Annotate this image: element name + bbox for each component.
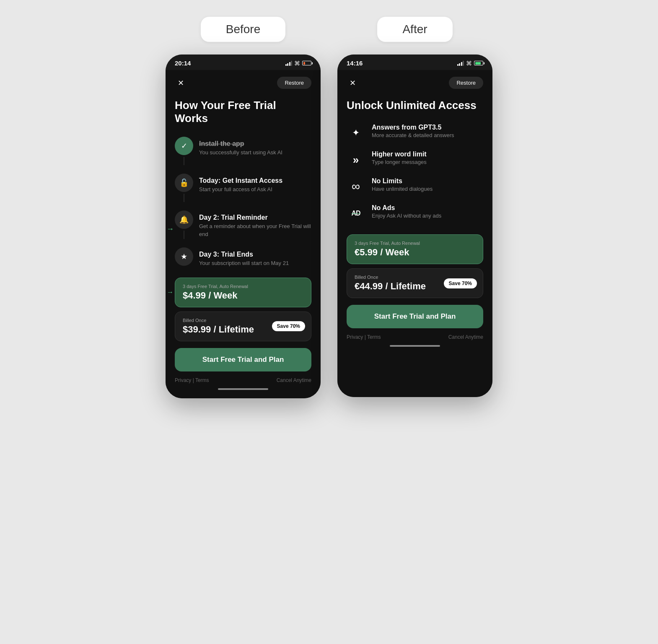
before-save-badge: Save 70%: [272, 321, 305, 331]
step-2-title: Today: Get Instant Access: [199, 177, 282, 184]
feature-word-limit-title: Higher word limit: [372, 151, 427, 158]
after-cancel-anytime: Cancel Anytime: [448, 334, 483, 340]
after-column: After 14:16 ⌘: [337, 17, 492, 397]
step-4: ★ Day 3: Trial Ends Your subscription wi…: [175, 247, 311, 267]
feature-no-ads: AD No Ads Enjoy Ask AI without any ads: [347, 204, 483, 223]
before-pricing-arrow-icon: →: [167, 288, 174, 296]
before-lifetime-pricing[interactable]: Billed Once $39.99 / Lifetime Save 70%: [175, 312, 311, 341]
after-weekly-label: 3 days Free Trial, Auto Renewal: [355, 241, 475, 246]
after-cta-button[interactable]: Start Free Trial and Plan: [347, 305, 483, 328]
before-cta-button[interactable]: Start Free Trial and Plan: [175, 348, 311, 371]
feature-word-limit: » Higher word limit Type longer messages: [347, 151, 483, 169]
feature-no-ads-desc: Enjoy Ask AI without any ads: [372, 213, 441, 219]
before-home-indicator: [218, 388, 268, 390]
step-1: ✓ Install the app You successfully start…: [175, 137, 311, 174]
before-label: Before: [201, 17, 286, 42]
after-phone-content: ✕ Restore Unlock Unlimited Access ✦ Answ…: [337, 70, 492, 397]
after-label: After: [377, 17, 452, 42]
after-page-title: Unlock Unlimited Access: [347, 99, 483, 112]
step-1-title: Install the app: [199, 140, 282, 148]
before-wifi-icon: ⌘: [294, 60, 300, 67]
before-weekly-price: $4.99 / Week: [183, 290, 303, 301]
before-top-bar: ✕ Restore: [175, 77, 311, 89]
before-status-icons: ⌘: [285, 60, 312, 67]
step-1-icon: ✓: [175, 137, 193, 155]
feature-no-limits-icon: ∞: [347, 177, 365, 196]
after-weekly-pricing[interactable]: 3 days Free Trial, Auto Renewal €5.99 / …: [347, 234, 483, 264]
feature-gpt-title: Answers from GPT3.5: [372, 124, 454, 131]
step-4-icon: ★: [175, 247, 193, 266]
before-cancel-anytime: Cancel Anytime: [277, 377, 311, 383]
after-lifetime-pricing[interactable]: Billed Once €44.99 / Lifetime Save 70%: [347, 268, 483, 298]
after-features-list: ✦ Answers from GPT3.5 More accurate & de…: [347, 124, 483, 223]
feature-gpt: ✦ Answers from GPT3.5 More accurate & de…: [347, 124, 483, 142]
feature-gpt-icon: ✦: [347, 124, 365, 142]
feature-no-limits-title: No Limits: [372, 177, 433, 185]
before-status-bar: 20:14 ⌘: [166, 55, 321, 70]
after-status-icons: ⌘: [457, 60, 484, 67]
before-signal-icon: [285, 61, 293, 66]
before-steps-list: ✓ Install the app You successfully start…: [175, 137, 311, 267]
before-status-time: 20:14: [175, 60, 191, 67]
feature-word-limit-desc: Type longer messages: [372, 159, 427, 165]
before-footer: Privacy | Terms Cancel Anytime: [175, 377, 311, 383]
step-1-desc: You successfully start using Ask AI: [199, 149, 282, 156]
before-page-title: How Your Free Trial Works: [175, 99, 311, 125]
after-status-bar: 14:16 ⌘: [337, 55, 492, 70]
feature-gpt-desc: More accurate & detailed answers: [372, 132, 454, 138]
after-home-indicator: [390, 345, 440, 347]
after-footer: Privacy | Terms Cancel Anytime: [347, 334, 483, 340]
after-close-button[interactable]: ✕: [347, 77, 358, 89]
before-weekly-pricing[interactable]: → 3 days Free Trial, Auto Renewal $4.99 …: [175, 278, 311, 307]
step-4-desc: Your subscription will start on May 21: [199, 260, 289, 267]
after-wifi-icon: ⌘: [466, 60, 472, 67]
after-phone: 14:16 ⌘ ✕: [337, 55, 492, 397]
before-step-arrow-icon: →: [166, 225, 174, 234]
feature-no-limits: ∞ No Limits Have unlimited dialogues: [347, 177, 483, 196]
feature-no-ads-title: No Ads: [372, 204, 441, 212]
after-battery-icon: [474, 61, 483, 65]
step-4-title: Day 3: Trial Ends: [199, 251, 289, 258]
after-privacy-terms[interactable]: Privacy | Terms: [347, 334, 381, 340]
step-2-desc: Start your full access of Ask AI: [199, 186, 282, 193]
after-restore-button[interactable]: Restore: [449, 77, 483, 89]
before-phone: 20:14 ⌘ ✕: [166, 55, 321, 398]
before-column: Before 20:14 ⌘: [166, 17, 321, 398]
step-3-desc: Get a reminder about when your Free Tria…: [199, 223, 311, 238]
after-status-time: 14:16: [347, 60, 363, 67]
after-signal-icon: [457, 61, 464, 66]
before-weekly-label: 3 days Free Trial, Auto Renewal: [183, 284, 303, 289]
before-close-button[interactable]: ✕: [175, 77, 187, 89]
step-3: → 🔔 Day 2: Trial Reminder Get a reminder…: [175, 210, 311, 247]
before-battery-icon: [302, 61, 311, 65]
comparison-wrapper: Before 20:14 ⌘: [166, 17, 492, 398]
feature-no-ads-icon: AD: [347, 204, 365, 223]
before-privacy-terms[interactable]: Privacy | Terms: [175, 377, 209, 383]
step-2-icon: 🔓: [175, 174, 193, 192]
step-3-title: Day 2: Trial Reminder: [199, 214, 311, 221]
after-weekly-price: €5.99 / Week: [355, 247, 475, 258]
after-top-bar: ✕ Restore: [347, 77, 483, 89]
after-save-badge: Save 70%: [444, 278, 477, 288]
before-restore-button[interactable]: Restore: [277, 77, 311, 89]
feature-word-limit-icon: »: [347, 151, 365, 169]
step-2: 🔓 Today: Get Instant Access Start your f…: [175, 174, 311, 210]
step-3-icon: 🔔: [175, 210, 193, 229]
feature-no-limits-desc: Have unlimited dialogues: [372, 186, 433, 192]
before-phone-content: ✕ Restore How Your Free Trial Works ✓ I: [166, 70, 321, 398]
